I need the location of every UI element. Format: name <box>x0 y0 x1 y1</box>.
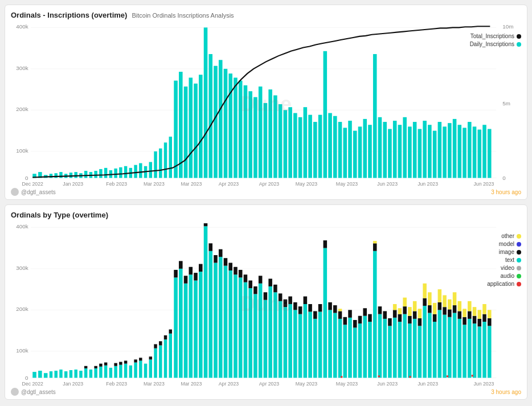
svg-rect-261 <box>393 304 397 310</box>
chart2-area: Dune other model image text video <box>11 222 521 387</box>
svg-rect-88 <box>408 126 412 178</box>
svg-rect-283 <box>433 322 437 378</box>
attribution-icon2 <box>11 388 19 396</box>
svg-rect-175 <box>189 274 193 378</box>
svg-text:Feb 2023: Feb 2023 <box>106 181 127 187</box>
svg-rect-227 <box>318 311 322 378</box>
legend-label-model: model <box>499 241 514 247</box>
svg-rect-207 <box>268 286 272 378</box>
svg-rect-221 <box>304 304 308 378</box>
chart1-svg: 400k 300k 200k 100k 0 10m 5m 0 <box>11 22 521 187</box>
svg-rect-302 <box>463 317 466 325</box>
svg-text:Mar 2023: Mar 2023 <box>144 381 165 387</box>
svg-rect-318 <box>488 310 492 318</box>
svg-text:Apr 2023: Apr 2023 <box>259 181 280 187</box>
svg-rect-153 <box>129 366 132 378</box>
svg-rect-179 <box>199 272 203 378</box>
chart1-time-ago: 3 hours ago <box>491 189 521 195</box>
svg-rect-274 <box>418 326 422 378</box>
svg-rect-296 <box>453 305 457 313</box>
svg-rect-169 <box>174 277 178 378</box>
svg-rect-73 <box>333 116 337 178</box>
svg-rect-174 <box>184 276 188 283</box>
svg-rect-281 <box>428 305 432 313</box>
svg-rect-128 <box>38 371 42 378</box>
svg-text:300k: 300k <box>16 65 28 71</box>
svg-rect-229 <box>324 248 328 378</box>
chart1-area: Dune Total_Inscriptions Daily_Inscriptio… <box>11 22 521 187</box>
svg-rect-127 <box>32 372 36 378</box>
svg-rect-181 <box>204 226 208 378</box>
svg-rect-131 <box>54 371 57 378</box>
svg-rect-230 <box>324 240 328 248</box>
svg-rect-301 <box>463 325 466 378</box>
svg-rect-233 <box>333 313 337 378</box>
svg-rect-66 <box>298 117 302 178</box>
svg-rect-241 <box>348 310 352 317</box>
svg-rect-312 <box>478 310 482 319</box>
chart1-title: Ordinals - Inscriptions (overtime) <box>11 11 127 19</box>
svg-rect-17 <box>54 173 57 178</box>
svg-text:Mar 2023: Mar 2023 <box>181 381 202 387</box>
svg-rect-295 <box>453 313 457 378</box>
svg-rect-199 <box>248 288 252 378</box>
svg-rect-145 <box>104 363 107 366</box>
svg-rect-187 <box>219 257 223 378</box>
legend-dot-application <box>517 282 521 286</box>
chart1-footer: @dgtl_assets 3 hours ago <box>11 188 521 196</box>
svg-rect-313 <box>482 322 486 378</box>
svg-rect-321 <box>409 376 411 378</box>
svg-rect-236 <box>338 311 342 318</box>
svg-rect-220 <box>298 306 302 314</box>
svg-rect-36 <box>149 162 152 178</box>
svg-rect-44 <box>189 77 193 178</box>
svg-rect-259 <box>393 318 397 378</box>
legend-item-model: model <box>487 241 521 247</box>
svg-rect-60 <box>268 89 272 178</box>
svg-text:Apr 2023: Apr 2023 <box>219 181 239 187</box>
svg-rect-280 <box>428 313 432 378</box>
svg-rect-293 <box>448 309 452 317</box>
svg-rect-47 <box>204 27 208 178</box>
svg-rect-234 <box>333 305 337 313</box>
svg-rect-40 <box>169 137 172 178</box>
svg-rect-45 <box>194 84 198 178</box>
svg-rect-101 <box>473 126 477 178</box>
chart2-svg: 400k 300k 200k 100k 0 <box>11 222 521 387</box>
svg-text:Apr 2023: Apr 2023 <box>259 381 280 387</box>
legend-label-text: text <box>505 257 514 263</box>
legend-dot-daily <box>517 42 521 47</box>
svg-rect-155 <box>134 359 137 362</box>
svg-rect-210 <box>273 285 277 292</box>
svg-rect-288 <box>438 289 442 302</box>
svg-rect-203 <box>259 284 263 378</box>
svg-rect-178 <box>194 273 198 280</box>
svg-rect-317 <box>488 318 492 326</box>
attribution-icon1 <box>11 188 19 196</box>
svg-rect-249 <box>368 314 372 322</box>
svg-rect-61 <box>273 95 277 178</box>
svg-rect-255 <box>383 319 387 378</box>
svg-rect-85 <box>393 121 397 178</box>
chart1-subtitle: Bitcoin Ordinals Inscriptions Analysis <box>132 12 234 19</box>
svg-rect-135 <box>74 370 77 378</box>
svg-rect-245 <box>358 316 362 323</box>
svg-rect-276 <box>418 309 422 318</box>
svg-rect-270 <box>408 307 412 316</box>
svg-rect-76 <box>348 121 352 178</box>
svg-rect-95 <box>443 126 447 178</box>
svg-rect-139 <box>84 366 87 368</box>
chart1-header: Ordinals - Inscriptions (overtime) Bitco… <box>11 11 521 19</box>
svg-rect-242 <box>353 327 357 378</box>
svg-rect-272 <box>413 311 417 318</box>
svg-rect-133 <box>64 371 67 378</box>
svg-text:Jan 2023: Jan 2023 <box>63 181 83 187</box>
svg-rect-57 <box>253 97 257 178</box>
svg-rect-65 <box>293 113 297 178</box>
svg-rect-192 <box>228 263 232 270</box>
svg-rect-204 <box>259 276 263 283</box>
svg-rect-79 <box>363 119 367 178</box>
svg-text:200k: 200k <box>16 106 28 113</box>
svg-rect-67 <box>304 107 308 178</box>
svg-rect-97 <box>453 119 457 178</box>
